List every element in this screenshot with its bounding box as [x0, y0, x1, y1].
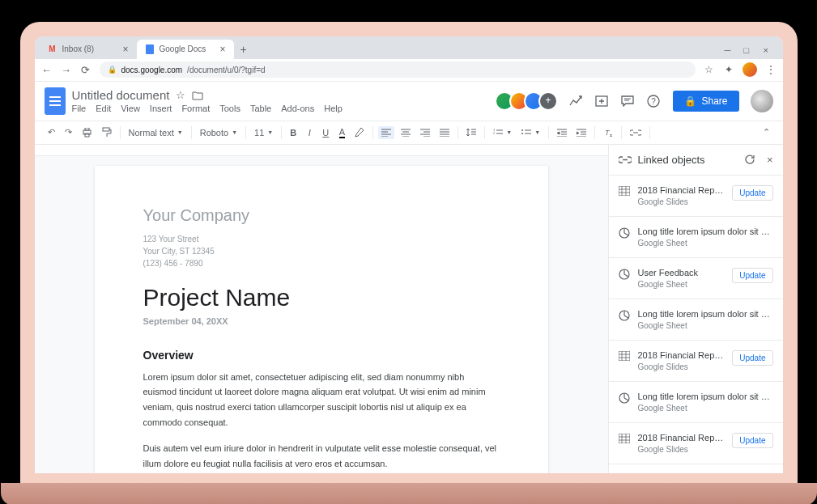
close-icon[interactable]: × [219, 44, 225, 55]
bold-button[interactable]: B [287, 125, 300, 140]
move-folder-icon[interactable] [192, 91, 203, 100]
menu-format[interactable]: Format [181, 104, 210, 113]
body-paragraph[interactable]: Lorem ipsum dolor sit amet, consectetuer… [143, 370, 500, 430]
help-icon[interactable]: ? [647, 95, 662, 108]
linked-object-item[interactable]: Long title lorem ipsum dolor sit a...Goo… [609, 299, 783, 341]
company-address[interactable]: 123 Your Street Your City, ST 12345 (123… [143, 233, 500, 269]
update-button[interactable]: Update [732, 433, 772, 448]
menu-bar: File Edit View Insert Format Tools Table… [72, 104, 343, 113]
svg-text:?: ? [652, 97, 657, 106]
reload-button[interactable]: ⟳ [80, 64, 91, 76]
close-panel-button[interactable]: × [767, 154, 773, 166]
extensions-icon[interactable]: ✦ [723, 64, 734, 75]
star-icon[interactable]: ☆ [176, 89, 185, 101]
overview-heading[interactable]: Overview [143, 349, 500, 362]
new-tab-button[interactable]: + [234, 40, 253, 59]
comment-icon[interactable] [621, 95, 636, 107]
text-color-button[interactable]: A [335, 125, 348, 141]
align-left-button[interactable] [378, 126, 394, 139]
close-window-button[interactable]: × [764, 45, 772, 53]
italic-button[interactable]: I [303, 125, 316, 140]
svg-rect-6 [103, 128, 109, 131]
company-name[interactable]: Your Company [143, 206, 500, 225]
clear-formatting-button[interactable]: T [600, 125, 616, 140]
align-right-button[interactable] [417, 126, 433, 139]
activity-icon[interactable] [569, 95, 584, 107]
line-spacing-dropdown[interactable] [463, 126, 479, 138]
align-center-button[interactable] [398, 126, 414, 139]
menu-addons[interactable]: Add-ons [281, 104, 314, 113]
close-icon[interactable]: × [122, 44, 128, 55]
print-button[interactable] [79, 125, 96, 140]
linked-object-item[interactable]: 2018 Financial ReportGoogle SlidesUpdate [609, 176, 783, 217]
document-canvas[interactable]: Your Company 123 Your Street Your City, … [35, 145, 608, 473]
minimize-button[interactable]: ─ [725, 45, 733, 53]
toolbar-expand-button[interactable]: ⌃ [760, 125, 773, 140]
update-button[interactable]: Update [732, 185, 772, 201]
insert-link-button[interactable] [627, 127, 645, 138]
browser-toolbar: ← → ⟳ 🔒 docs.google.com/document/u/0/?tg… [35, 59, 783, 82]
menu-tools[interactable]: Tools [219, 104, 240, 113]
refresh-button[interactable] [744, 154, 755, 165]
browser-tab-gmail[interactable]: M Inbox (8) × [40, 40, 137, 59]
linked-item-source: Google Slides [638, 362, 725, 371]
menu-insert[interactable]: Insert [150, 104, 172, 113]
highlight-button[interactable] [351, 125, 368, 140]
update-button[interactable]: Update [732, 268, 772, 283]
indent-decrease-button[interactable] [554, 126, 570, 139]
font-dropdown[interactable]: Roboto▼ [197, 126, 240, 139]
table-icon [619, 434, 630, 445]
maximize-button[interactable]: □ [744, 45, 752, 53]
tab-label: Inbox (8) [62, 44, 94, 53]
linked-object-item[interactable]: 2018 Financial Report...Google SlidesUpd… [609, 341, 783, 382]
url-path: /document/u/0/?tgif=d [187, 66, 265, 74]
linked-item-source: Google Sheet [638, 280, 725, 289]
document-title[interactable]: Untitled document [72, 88, 170, 102]
address-bar[interactable]: 🔒 docs.google.com/document/u/0/?tgif=d [100, 61, 696, 78]
redo-button[interactable]: ↷ [62, 125, 75, 140]
share-button[interactable]: 🔒 Share [673, 91, 738, 112]
menu-help[interactable]: Help [324, 104, 343, 113]
linked-item-title: Long title lorem ipsum dolor sit a... [638, 392, 773, 401]
menu-table[interactable]: Table [250, 104, 271, 113]
menu-edit[interactable]: Edit [96, 104, 111, 113]
project-title[interactable]: Project Name [143, 284, 500, 311]
linked-object-item[interactable]: Long title lorem ipsum dolor sit a...Goo… [609, 382, 783, 423]
svg-rect-4 [85, 128, 89, 130]
body-paragraph[interactable]: Duis autem vel eum iriure dolor in hendr… [143, 441, 500, 471]
bulleted-list-dropdown[interactable]: ▼ [518, 127, 543, 138]
profile-avatar[interactable] [743, 62, 757, 77]
ruler[interactable] [35, 145, 608, 156]
numbered-list-dropdown[interactable]: 12 ▼ [490, 127, 515, 138]
table-icon [619, 351, 630, 362]
collaborator-avatars[interactable] [500, 91, 558, 111]
paragraph-style-dropdown[interactable]: Normal text▼ [126, 126, 186, 139]
chart-icon [619, 310, 630, 321]
menu-icon[interactable]: ⋮ [765, 64, 777, 75]
undo-button[interactable]: ↶ [45, 125, 58, 140]
paint-format-button[interactable] [99, 125, 115, 140]
project-date[interactable]: September 04, 20XX [143, 316, 500, 326]
linked-item-source: Google Sheet [638, 239, 773, 248]
present-icon[interactable] [595, 95, 610, 107]
linked-object-item[interactable]: Long title lorem ipsum dolor sit a...Goo… [609, 217, 783, 258]
bookmark-icon[interactable]: ☆ [704, 64, 715, 75]
underline-button[interactable]: U [319, 125, 332, 140]
avatar-more [538, 91, 558, 111]
align-justify-button[interactable] [436, 126, 453, 139]
indent-increase-button[interactable] [573, 126, 589, 139]
docs-logo[interactable] [45, 87, 66, 115]
update-button[interactable]: Update [732, 350, 772, 366]
linked-object-item[interactable]: User FeedbackGoogle SheetUpdate [609, 258, 783, 299]
menu-view[interactable]: View [121, 104, 140, 113]
menu-file[interactable]: File [72, 104, 87, 113]
document-page[interactable]: Your Company 123 Your Street Your City, … [95, 166, 548, 473]
linked-object-item[interactable]: 2018 Financial Report...Google SlidesUpd… [609, 423, 783, 464]
forward-button[interactable]: → [61, 64, 72, 76]
linked-objects-list: 2018 Financial ReportGoogle SlidesUpdate… [609, 176, 783, 473]
user-avatar[interactable] [751, 90, 773, 112]
lock-icon: 🔒 [684, 95, 696, 107]
back-button[interactable]: ← [41, 64, 53, 76]
browser-tab-docs[interactable]: Google Docs × [137, 40, 234, 59]
font-size-dropdown[interactable]: 11▼ [251, 126, 276, 139]
